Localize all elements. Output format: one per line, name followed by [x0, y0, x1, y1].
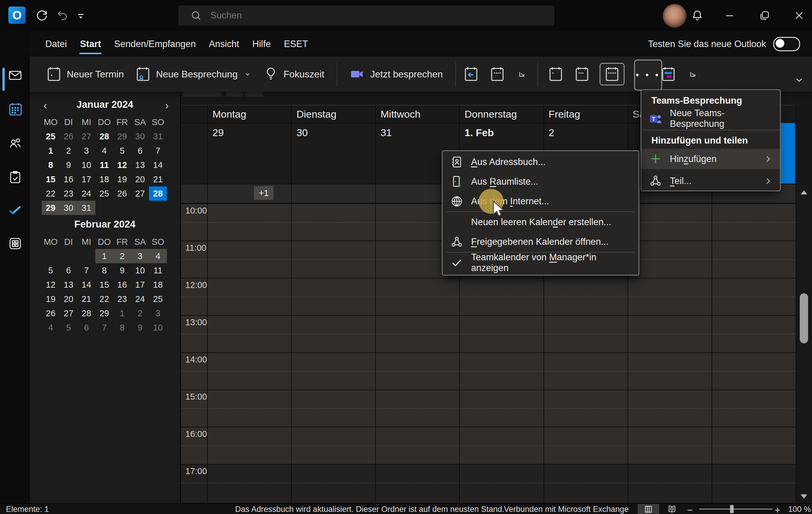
focus-time-button[interactable]: Fokuszeit: [264, 67, 324, 82]
minical-day[interactable]: 10: [149, 321, 167, 335]
minical-day[interactable]: 3: [78, 144, 95, 158]
time-row[interactable]: 14:00: [180, 352, 795, 390]
minical-day[interactable]: 7: [95, 321, 113, 335]
minical-day[interactable]: 7: [149, 144, 167, 158]
minical-day[interactable]: 16: [113, 277, 131, 292]
minical-day[interactable]: 6: [78, 321, 95, 335]
time-row[interactable]: 17:00: [180, 464, 795, 501]
minical-day[interactable]: 23: [113, 292, 131, 306]
menu-item[interactable]: TNeue Teams-Besprechung: [641, 109, 780, 129]
menu-tab-start[interactable]: Start: [79, 37, 102, 51]
goto-date-button[interactable]: [462, 65, 480, 83]
date-cell[interactable]: 30: [291, 127, 375, 139]
minical-day[interactable]: 11: [149, 263, 167, 277]
sync-icon[interactable]: [35, 9, 48, 22]
minical-day[interactable]: 29: [113, 129, 131, 144]
minical-day[interactable]: 19: [42, 292, 60, 306]
menu-item[interactable]: Teamkalender von Manager*in anzeigen: [442, 253, 639, 272]
minical-day[interactable]: 9: [60, 158, 78, 172]
minical-day[interactable]: 4: [42, 321, 60, 335]
zoom-in-icon[interactable]: +: [775, 505, 780, 514]
minical-day[interactable]: 30: [131, 129, 149, 144]
minical-day[interactable]: 17: [78, 172, 95, 186]
minical-day[interactable]: 28: [95, 129, 113, 144]
minical-next-icon[interactable]: ›: [165, 99, 169, 112]
minical-day[interactable]: 21: [78, 292, 95, 306]
minical-day[interactable]: 22: [42, 186, 60, 201]
minical-day[interactable]: 20: [131, 172, 149, 186]
close-button[interactable]: [790, 6, 808, 24]
minical-day[interactable]: 1: [42, 144, 60, 158]
minical-day[interactable]: 18: [95, 172, 113, 186]
prev-button-sliver[interactable]: [226, 92, 242, 96]
work-week-view-button[interactable]: [573, 65, 590, 83]
scroll-down-icon[interactable]: [801, 494, 807, 498]
layout-view-button[interactable]: [638, 504, 659, 514]
minical-day[interactable]: 27: [131, 186, 149, 201]
zoom-slider-thumb[interactable]: [730, 505, 734, 513]
menu-item[interactable]: Hinzufügen: [641, 149, 780, 169]
minical-day[interactable]: 8: [42, 158, 60, 172]
minical-day[interactable]: 5: [60, 321, 78, 335]
minical-day[interactable]: 26: [42, 306, 60, 321]
undo-icon[interactable]: [56, 9, 69, 22]
minical-day[interactable]: 23: [60, 186, 78, 201]
minical-day[interactable]: 29: [95, 306, 113, 321]
menu-item[interactable]: Aus Raumliste...: [442, 172, 639, 191]
minical-day[interactable]: 2: [131, 306, 149, 321]
menu-item[interactable]: Teil...: [641, 171, 780, 191]
search-input[interactable]: [210, 10, 479, 21]
menu-tab-eset[interactable]: ESET: [283, 37, 309, 51]
minical-day[interactable]: 10: [78, 158, 95, 172]
minical-day[interactable]: 8: [95, 263, 113, 277]
collapse-ribbon-icon[interactable]: [793, 74, 805, 86]
next-7-days-button[interactable]: [489, 65, 506, 83]
minical-day[interactable]: 5: [113, 144, 131, 158]
minical-day[interactable]: 9: [113, 263, 131, 277]
minical-day[interactable]: 25: [95, 186, 113, 201]
minical-day[interactable]: 20: [60, 292, 78, 306]
next-button-sliver[interactable]: [245, 92, 263, 96]
mail-icon[interactable]: [8, 68, 22, 82]
minical-day[interactable]: 27: [60, 306, 78, 321]
vertical-scrollbar[interactable]: [798, 186, 811, 503]
minical-day[interactable]: 31: [78, 201, 95, 215]
minical-day[interactable]: 4: [95, 144, 113, 158]
minical-day[interactable]: 26: [60, 129, 78, 144]
tasks-icon[interactable]: [8, 170, 22, 184]
minical-day[interactable]: 2: [113, 249, 131, 263]
minical-day[interactable]: 31: [149, 129, 167, 144]
date-cell[interactable]: 1. Feb: [459, 127, 543, 139]
menu-tab-ansicht[interactable]: Ansicht: [208, 37, 240, 51]
menu-item[interactable]: Freigegebenen Kalender öffnen...: [442, 232, 639, 252]
restore-button[interactable]: [756, 6, 774, 24]
minical-day[interactable]: 2: [60, 144, 78, 158]
time-row[interactable]: 16:00: [180, 427, 795, 464]
dialog-launcher-icon[interactable]: [686, 67, 700, 81]
new-appointment-button[interactable]: Neuer Termin: [47, 67, 124, 82]
minimize-button[interactable]: [721, 6, 738, 24]
zoom-out-icon[interactable]: −: [687, 505, 693, 514]
minical-day[interactable]: 22: [95, 292, 113, 306]
todo-icon[interactable]: [8, 203, 22, 217]
minical-day[interactable]: 15: [42, 172, 60, 186]
date-cell[interactable]: 29: [207, 127, 291, 139]
new-outlook-toggle[interactable]: [773, 37, 800, 51]
minical-day[interactable]: 16: [60, 172, 78, 186]
menu-item[interactable]: Neuen leeren Kalender erstellen...: [442, 212, 639, 232]
menu-item[interactable]: Aus Adressbuch...: [442, 152, 639, 172]
search-bar[interactable]: [178, 5, 554, 26]
minical-day[interactable]: 13: [131, 158, 149, 172]
more-events-badge[interactable]: +1: [254, 186, 273, 200]
time-row[interactable]: 15:00: [180, 390, 795, 427]
people-icon[interactable]: [8, 136, 22, 150]
zoom-slider-track[interactable]: [699, 509, 772, 510]
customize-toolbar-icon[interactable]: [75, 11, 88, 24]
minical-day[interactable]: 27: [78, 129, 95, 144]
minical-day[interactable]: 24: [131, 292, 149, 306]
minical-day[interactable]: 13: [60, 277, 78, 292]
time-row[interactable]: 13:00: [180, 315, 795, 352]
menu-tab-datei[interactable]: Datei: [45, 37, 67, 51]
menu-tab-hilfe[interactable]: Hilfe: [252, 37, 271, 51]
minical-day[interactable]: 3: [149, 306, 167, 321]
